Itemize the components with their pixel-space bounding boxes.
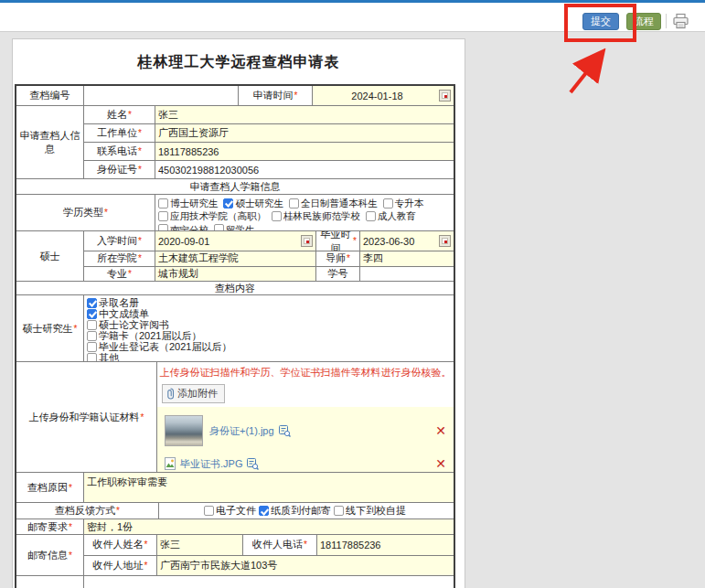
enroll-time-field[interactable]: 2020-09-01 — [155, 231, 315, 251]
receiver-phone-label: 收件人电话* — [242, 535, 316, 555]
checkbox-icon[interactable] — [204, 506, 214, 516]
image-file-icon — [165, 457, 176, 470]
flow-button[interactable]: 流程 — [626, 13, 661, 30]
preview-icon[interactable] — [279, 425, 291, 437]
checkbox-icon[interactable] — [214, 224, 224, 230]
archive-no-field[interactable] — [83, 86, 238, 105]
edu-type-option[interactable]: 硕士研究生 — [223, 198, 283, 209]
edu-type-option[interactable]: 成人教育 — [366, 210, 416, 222]
checkbox-icon[interactable] — [383, 198, 393, 208]
upload-hint: 上传身份证扫描件和学历、学位证书扫描件等材料进行身份核验。 — [157, 362, 454, 380]
row-master-items: 硕士研究生* 录取名册 中文成绩单 硕士论文评阅书 学籍卡（2021届以后） 毕… — [16, 294, 454, 361]
checkbox-icon[interactable] — [289, 198, 299, 208]
edu-type-option[interactable]: 专升本 — [383, 198, 424, 209]
id-number-field[interactable]: 450302198812030056 — [155, 161, 454, 178]
feedback-option[interactable]: 线下到校自提 — [334, 504, 406, 518]
edu-type-option[interactable]: 南宁分校 — [158, 224, 208, 231]
checkbox-icon[interactable] — [87, 342, 97, 352]
reason-field[interactable]: 工作职称评审需要 — [83, 473, 454, 502]
work-unit-field[interactable]: 广西国土资源厅 — [155, 124, 454, 142]
receiver-address-field[interactable]: 广西南宁市民族大道103号 — [156, 556, 454, 576]
checkbox-icon[interactable] — [366, 211, 376, 221]
mail-req-label: 邮寄要求* — [16, 519, 83, 534]
checkbox-icon[interactable] — [334, 506, 344, 516]
edu-type-option[interactable]: 全日制普通本科生 — [289, 198, 378, 209]
tutor-label: 导师* — [315, 251, 359, 266]
attachment-item: 毕业证书.JPG ✕ — [165, 452, 446, 472]
archive-no-label: 查档编号 — [16, 86, 83, 105]
edu-type-option[interactable]: 应用技术学院（高职） — [158, 210, 266, 222]
add-attachment-button[interactable]: 添加附件 — [162, 384, 225, 403]
student-info-header: 申请查档人学籍信息 — [16, 179, 454, 194]
submit-button[interactable]: 提交 — [582, 13, 619, 30]
partial-label-cell — [16, 576, 83, 588]
id-number-label: 身份证号* — [83, 161, 155, 178]
application-form-table: 查档编号 申请时间* 2024-01-18 申请查档人信息 姓名* 张三 工作单… — [15, 84, 455, 588]
annotation-arrow — [549, 41, 640, 105]
preview-icon[interactable] — [247, 458, 259, 470]
checkbox-icon[interactable] — [158, 198, 168, 208]
applicant-group-label: 申请查档人信息 — [16, 106, 83, 178]
master-items-label: 硕士研究生* — [16, 295, 83, 361]
group-master: 硕士 入学时间* 2020-09-01 毕业时间* 2023-06-30 所在学… — [16, 230, 454, 281]
print-icon[interactable] — [672, 13, 689, 30]
receiver-phone-field[interactable]: 18117885236 — [316, 535, 454, 555]
checkbox-icon[interactable] — [87, 331, 97, 341]
student-no-field[interactable] — [359, 267, 454, 282]
receiver-name-field[interactable]: 张三 — [156, 535, 242, 555]
checkbox-icon[interactable] — [259, 506, 269, 516]
attachment-filename[interactable]: 毕业证书.JPG — [180, 457, 242, 471]
row-mail-req: 邮寄要求* 密封，1份 — [16, 519, 454, 534]
reason-label: 查档原因* — [16, 473, 83, 502]
major-field[interactable]: 城市规划 — [155, 267, 315, 282]
calendar-icon[interactable] — [301, 235, 313, 247]
content-option[interactable]: 学籍卡（2021届以后） — [87, 330, 451, 341]
edu-type-option[interactable]: 博士研究生 — [158, 198, 219, 209]
partial-value-cell — [83, 576, 454, 588]
name-label: 姓名* — [83, 106, 155, 123]
edu-type-options: 博士研究生 硕士研究生 全日制普通本科生 专升本 应用技术学院（高职） 桂林民族… — [155, 195, 454, 230]
calendar-icon[interactable] — [439, 90, 451, 102]
toolbar-divider — [666, 14, 667, 28]
name-field[interactable]: 张三 — [155, 106, 454, 123]
feedback-option[interactable]: 纸质到付邮寄 — [259, 504, 331, 518]
receiver-address-label: 收件人地址* — [83, 556, 156, 576]
checkbox-icon[interactable] — [272, 211, 282, 221]
phone-field[interactable]: 18117885236 — [155, 143, 454, 160]
checkbox-icon[interactable] — [87, 309, 97, 319]
work-unit-label: 工作单位* — [83, 124, 155, 142]
group-mail-info: 邮寄信息* 收件人姓名* 张三 收件人电话* 18117885236 收件人地址… — [16, 534, 454, 575]
checkbox-icon[interactable] — [87, 320, 97, 330]
checkbox-icon[interactable] — [87, 298, 97, 308]
attachment-filename[interactable]: 身份证+(1).jpg — [209, 424, 274, 438]
content-option[interactable]: 其他 — [87, 352, 451, 361]
row-reason: 查档原因* 工作职称评审需要 — [16, 472, 454, 502]
row-upload: 上传身份和学籍认证材料* 上传身份证扫描件和学历、学位证书扫描件等材料进行身份核… — [16, 361, 454, 472]
attachment-thumbnail[interactable] — [165, 415, 203, 446]
feedback-option[interactable]: 电子文件 — [204, 504, 256, 518]
checkbox-icon[interactable] — [87, 353, 97, 362]
checkbox-icon[interactable] — [223, 198, 233, 208]
content-option[interactable]: 硕士论文评阅书 — [87, 319, 451, 330]
row-student-info-header: 申请查档人学籍信息 — [16, 178, 454, 194]
checkbox-icon[interactable] — [158, 224, 168, 230]
row-feedback: 查档反馈方式* 电子文件 纸质到付邮寄 线下到校自提 — [16, 502, 454, 519]
delete-attachment-icon[interactable]: ✕ — [435, 457, 446, 470]
edu-type-option[interactable]: 留学生 — [214, 224, 255, 231]
content-option[interactable]: 中文成绩单 — [87, 308, 451, 319]
graduate-time-field[interactable]: 2023-06-30 — [359, 231, 454, 251]
college-field[interactable]: 土木建筑工程学院 — [155, 251, 315, 266]
content-option[interactable]: 毕业生登记表（2021届以后） — [87, 341, 451, 352]
edu-type-option[interactable]: 桂林民族师范学校 — [272, 210, 360, 222]
tutor-field[interactable]: 李四 — [359, 251, 454, 266]
delete-attachment-icon[interactable]: ✕ — [435, 424, 446, 437]
apply-time-label: 申请时间* — [238, 86, 312, 105]
apply-time-field[interactable]: 2024-01-18 — [312, 86, 454, 105]
content-option[interactable]: 录取名册 — [87, 297, 451, 308]
master-items-options: 录取名册 中文成绩单 硕士论文评阅书 学籍卡（2021届以后） 毕业生登记表（2… — [83, 295, 454, 361]
checkbox-icon[interactable] — [158, 211, 168, 221]
calendar-icon[interactable] — [439, 235, 451, 247]
row-partial-bottom — [16, 575, 454, 588]
mail-req-field[interactable]: 密封，1份 — [83, 519, 454, 534]
row-content-header: 查档内容 — [16, 281, 454, 294]
